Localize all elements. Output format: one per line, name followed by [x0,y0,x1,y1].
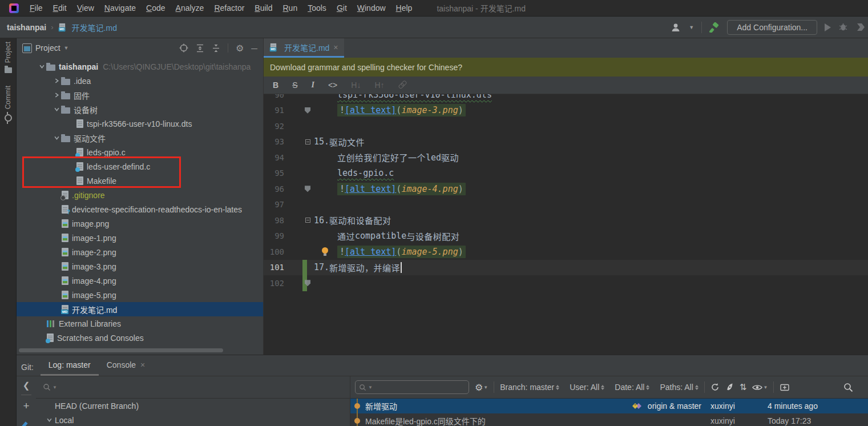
search-everywhere-icon[interactable] [843,383,853,392]
new-branch-icon[interactable]: + [23,400,29,411]
tree-row[interactable]: 固件 [17,88,263,102]
menu-item-code[interactable]: Code [141,3,170,13]
tree-row[interactable]: leds-user-defind.c [17,159,263,174]
italic-icon[interactable]: I [311,81,314,90]
editor-line[interactable]: 9816.驱动和设备配对 [264,212,868,228]
tree-row[interactable]: image-2.png [17,245,263,259]
menu-item-view[interactable]: View [72,3,99,13]
run-anything-icon[interactable] [855,22,866,32]
menu-item-window[interactable]: Window [352,3,391,13]
collapse-all-icon[interactable] [212,44,220,53]
log-filter-branch[interactable]: Branch: master [500,383,559,392]
editor-line[interactable]: 95leds-gpio.c [264,166,868,182]
editor-line[interactable]: 100![alt text](image-5.png) [264,244,868,260]
tool-button-commit[interactable]: Commit [4,86,12,121]
fold-collapse-icon[interactable] [305,218,310,223]
tree-row[interactable]: tspi-rk3566-user-v10-linux.dts [17,116,263,131]
select-opened-file-icon[interactable] [179,43,188,53]
fold-collapse-icon[interactable] [305,139,310,144]
tree-row[interactable]: 开发笔记.md [17,302,263,316]
add-configuration-button[interactable]: Add Configuration... [727,20,817,35]
code-span-icon[interactable]: <> [328,81,337,90]
tree-row[interactable]: image-4.png [17,274,263,288]
edit-icon[interactable] [19,421,27,426]
project-view-dropdown-caret-icon[interactable]: ▼ [64,45,69,51]
menu-item-git[interactable]: Git [332,3,352,13]
editor-line[interactable]: 9315.驱动文件 [264,134,868,150]
settings-gear-icon[interactable]: ⚙ [236,43,244,54]
menu-item-refactor[interactable]: Refactor [209,3,249,13]
user-accounts-icon[interactable] [671,23,681,32]
breadcrumb-project[interactable]: taishanpai [7,23,46,32]
fold-marker-icon[interactable] [305,107,310,114]
project-panel-title[interactable]: Project [35,43,60,53]
user-dropdown-caret-icon[interactable]: ▼ [689,25,694,30]
menu-item-file[interactable]: File [25,3,48,13]
chevron-down-icon[interactable] [43,417,55,423]
git-tab-log-master[interactable]: Log: master [41,355,99,376]
chevron-right-icon[interactable] [52,78,61,83]
close-tab-icon[interactable]: × [140,360,145,369]
bold-icon[interactable]: B [273,81,278,90]
markdown-link-text[interactable]: [alt text] [345,105,396,115]
chevron-down-icon[interactable] [37,64,46,69]
pen-quill-icon[interactable] [725,383,734,392]
branch-row[interactable]: Local [36,413,350,426]
run-button-icon[interactable] [825,23,831,31]
markdown-link-text[interactable]: [alt text] [345,184,396,194]
fold-marker-icon[interactable] [305,186,310,192]
editor-line[interactable]: 90tspi-rk3566-user-v10-linux.dts [264,94,868,103]
sort-commits-icon[interactable]: ⇅ [740,382,747,392]
tree-row[interactable]: leds-gpio.c [17,145,263,159]
branch-filter-field[interactable]: ▼ [36,376,350,399]
hide-panel-icon[interactable]: ─ [251,43,257,53]
tree-row[interactable]: External Libraries [17,316,263,331]
editor-line[interactable]: 96![alt text](image-4.png) [264,181,868,197]
editor-line[interactable]: 10117.新增驱动，并编译 [264,260,868,276]
menu-item-navigate[interactable]: Navigate [99,3,141,13]
chevron-down-icon[interactable] [52,135,61,140]
new-log-tab-icon[interactable] [780,383,790,392]
editor-line[interactable]: 99通过compatible与设备树配对 [264,228,868,244]
chevron-right-icon[interactable] [52,93,61,98]
tree-row[interactable]: 设备树 [17,102,263,116]
tree-row[interactable]: Makefile [17,174,263,188]
markdown-link-text[interactable]: [alt text] [345,247,396,257]
editor-line[interactable]: 92 [264,118,868,134]
search-options-caret-icon[interactable]: ▼ [53,385,57,390]
editor-line[interactable]: 94立创给我们定好了一个led驱动 [264,150,868,166]
git-tab-console[interactable]: Console× [99,355,154,376]
menu-item-analyze[interactable]: Analyze [171,3,209,13]
commit-row[interactable]: 新增驱动 origin & masterxuxinyi4 minutes ago [350,399,868,413]
editor-line[interactable]: 102 [264,275,868,291]
tree-row[interactable]: devicetree-specification-readthedocs-io-… [17,202,263,216]
tree-row[interactable]: image.png [17,216,263,231]
log-filter-user[interactable]: User: All [570,383,604,392]
editor-pane[interactable]: 90tspi-rk3566-user-v10-linux.dts91![alt … [264,94,868,355]
editor-line[interactable]: 97 [264,197,868,213]
build-hammer-icon[interactable] [709,22,720,33]
tree-row[interactable]: image-5.png [17,288,263,302]
editor-notification-banner[interactable]: Download grammar and spelling checker fo… [264,58,868,77]
close-tab-icon[interactable]: × [333,43,338,52]
project-horizontal-scrollbar[interactable] [19,348,223,352]
menu-item-tools[interactable]: Tools [302,3,332,13]
editor-tab[interactable]: 开发笔记.md × [264,38,344,58]
chevron-down-icon[interactable] [52,107,61,112]
menu-item-edit[interactable]: Edit [48,3,72,13]
menu-item-build[interactable]: Build [249,3,277,13]
branch-row[interactable]: HEAD (Current Branch) [36,399,350,413]
refresh-icon[interactable] [710,383,720,392]
debug-bug-icon[interactable] [838,22,848,32]
collapse-branches-icon[interactable]: ❮ [23,381,30,389]
strikethrough-icon[interactable]: S [292,81,297,90]
tree-row[interactable]: .idea [17,74,263,88]
tree-row[interactable]: image-3.png [17,259,263,274]
log-filter-paths[interactable]: Paths: All [660,383,698,392]
menu-item-help[interactable]: Help [391,3,418,13]
breadcrumb-file[interactable]: 开发笔记.md [72,22,117,33]
tree-row[interactable]: Scratches and Consoles [17,331,263,345]
editor-line[interactable]: 91![alt text](image-3.png) [264,103,868,119]
log-filter-date[interactable]: Date: All [615,383,649,392]
log-settings-gear-icon[interactable]: ⚙▼ [475,382,488,393]
